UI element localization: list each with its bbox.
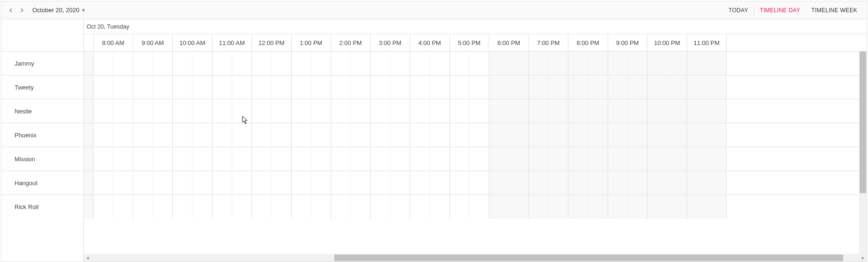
resource-row[interactable]: Mission — [1, 147, 83, 171]
grid-cell[interactable] — [213, 147, 232, 171]
grid-cell[interactable] — [351, 75, 370, 99]
grid-cell[interactable] — [450, 123, 470, 147]
grid-cell[interactable] — [94, 75, 113, 99]
grid-cell[interactable] — [153, 195, 173, 219]
grid-cell[interactable] — [568, 75, 588, 99]
grid-cell[interactable] — [647, 195, 667, 219]
grid-cell[interactable] — [667, 99, 687, 123]
grid-cell[interactable] — [470, 75, 489, 99]
grid-cell[interactable] — [84, 75, 94, 99]
timeline-row[interactable] — [84, 195, 867, 219]
grid-cell[interactable] — [84, 195, 94, 219]
grid-cell[interactable] — [608, 75, 628, 99]
grid-cell[interactable] — [470, 147, 489, 171]
grid-cell[interactable] — [192, 195, 212, 219]
grid-cell[interactable] — [371, 123, 390, 147]
resource-row[interactable]: Hangout — [1, 171, 83, 195]
grid-cell[interactable] — [153, 99, 173, 123]
grid-cell[interactable] — [430, 195, 449, 219]
grid-cell[interactable] — [371, 147, 390, 171]
grid-cell[interactable] — [430, 171, 449, 195]
grid-cell[interactable] — [272, 75, 291, 99]
grid-cell[interactable] — [94, 123, 113, 147]
grid-cell[interactable] — [687, 123, 707, 147]
grid-cell[interactable] — [173, 171, 192, 195]
grid-cell[interactable] — [232, 123, 252, 147]
grid-cell[interactable] — [390, 147, 410, 171]
grid-cell[interactable] — [252, 99, 272, 123]
grid-cell[interactable] — [450, 99, 470, 123]
timeline-row[interactable] — [84, 52, 867, 75]
grid-cell[interactable] — [113, 171, 133, 195]
grid-cell[interactable] — [272, 171, 291, 195]
grid-cell[interactable] — [331, 123, 351, 147]
grid-cell[interactable] — [549, 75, 568, 99]
grid-cell[interactable] — [608, 123, 628, 147]
grid-cell[interactable] — [213, 195, 232, 219]
grid-cell[interactable] — [549, 171, 568, 195]
grid-cell[interactable] — [113, 52, 133, 75]
grid-cell[interactable] — [331, 195, 351, 219]
grid-cell[interactable] — [173, 147, 192, 171]
grid-cell[interactable] — [608, 52, 628, 75]
grid-cell[interactable] — [390, 99, 410, 123]
grid-cell[interactable] — [192, 52, 212, 75]
grid-cell[interactable] — [331, 147, 351, 171]
grid-cell[interactable] — [410, 147, 430, 171]
grid-cell[interactable] — [192, 171, 212, 195]
grid-cell[interactable] — [311, 75, 331, 99]
grid-cell[interactable] — [667, 147, 687, 171]
grid-cell[interactable] — [94, 147, 113, 171]
grid-cell[interactable] — [687, 52, 707, 75]
grid-cell[interactable] — [133, 171, 153, 195]
grid-cell[interactable] — [331, 171, 351, 195]
grid-cell[interactable] — [707, 147, 727, 171]
grid-cell[interactable] — [687, 171, 707, 195]
view-timeline-day[interactable]: TIMELINE DAY — [754, 1, 806, 19]
horizontal-scrollbar[interactable]: ◂ ▸ — [84, 254, 867, 262]
grid-cell[interactable] — [568, 171, 588, 195]
grid-cell[interactable] — [667, 123, 687, 147]
grid-cell[interactable] — [351, 171, 370, 195]
grid-cell[interactable] — [371, 171, 390, 195]
grid-cell[interactable] — [529, 52, 549, 75]
grid-cell[interactable] — [489, 52, 509, 75]
grid-cell[interactable] — [549, 52, 568, 75]
grid-cell[interactable] — [628, 171, 647, 195]
grid-cell[interactable] — [292, 52, 311, 75]
grid-cell[interactable] — [272, 123, 291, 147]
grid-cell[interactable] — [84, 99, 94, 123]
grid-cell[interactable] — [410, 99, 430, 123]
grid-cell[interactable] — [509, 171, 529, 195]
grid-cell[interactable] — [647, 147, 667, 171]
grid-cell[interactable] — [450, 171, 470, 195]
grid-cell[interactable] — [568, 52, 588, 75]
grid-cell[interactable] — [292, 99, 311, 123]
grid-cell[interactable] — [667, 75, 687, 99]
grid-cell[interactable] — [549, 147, 568, 171]
grid-cell[interactable] — [133, 99, 153, 123]
grid-cell[interactable] — [687, 75, 707, 99]
next-button[interactable] — [16, 5, 28, 16]
grid-cell[interactable] — [707, 52, 727, 75]
grid-cell[interactable] — [628, 52, 647, 75]
grid-cell[interactable] — [430, 75, 449, 99]
grid-cell[interactable] — [470, 195, 489, 219]
grid-cell[interactable] — [232, 75, 252, 99]
grid-cell[interactable] — [153, 171, 173, 195]
grid-cell[interactable] — [410, 171, 430, 195]
grid-cell[interactable] — [371, 75, 390, 99]
grid-cell[interactable] — [213, 52, 232, 75]
grid-cell[interactable] — [351, 195, 370, 219]
grid-cell[interactable] — [371, 99, 390, 123]
grid-cell[interactable] — [94, 52, 113, 75]
resource-row[interactable]: Rick Roll — [1, 195, 83, 219]
grid-cell[interactable] — [628, 99, 647, 123]
grid-cell[interactable] — [707, 75, 727, 99]
grid-cell[interactable] — [509, 52, 529, 75]
grid-cell[interactable] — [311, 99, 331, 123]
grid-cell[interactable] — [568, 123, 588, 147]
grid-cell[interactable] — [192, 123, 212, 147]
grid-cell[interactable] — [252, 171, 272, 195]
grid-cell[interactable] — [192, 99, 212, 123]
